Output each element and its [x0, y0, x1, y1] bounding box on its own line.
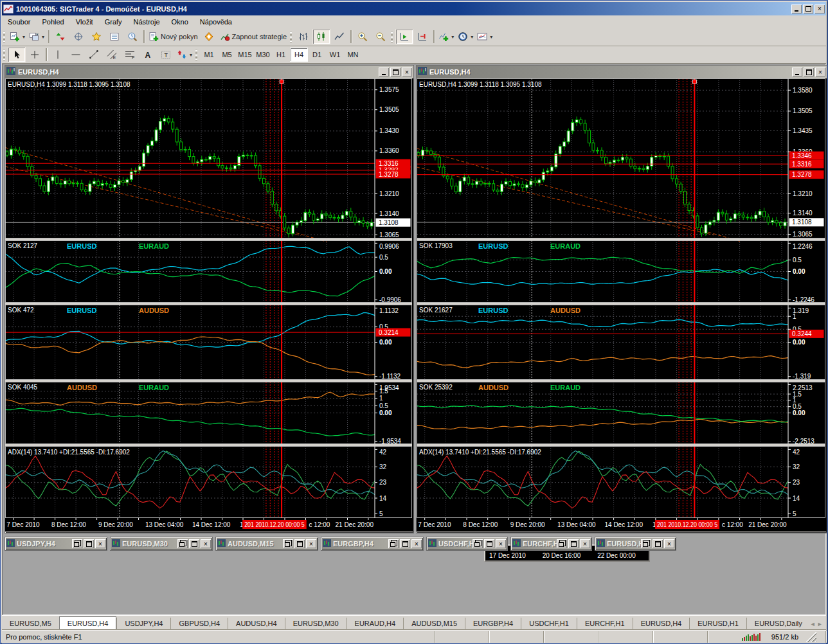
menu-okno[interactable]: Okno: [166, 17, 194, 27]
maximize-button[interactable]: [189, 539, 199, 548]
tab-scroll-left-icon[interactable]: ◄: [810, 621, 816, 627]
minimize-button[interactable]: [791, 4, 802, 13]
tab-audusd-m15[interactable]: AUDUSD,M15: [403, 618, 465, 630]
indicators-button[interactable]: ▾: [437, 29, 456, 44]
vertical-line-tool-button[interactable]: [49, 47, 67, 62]
arrows-tool-button[interactable]: ▾: [175, 47, 194, 62]
toolbar-grip[interactable]: [290, 31, 292, 42]
restore-button[interactable]: [177, 539, 188, 548]
minimized-window-eurgbp-h4[interactable]: EURGBP,H4×: [321, 537, 424, 551]
chart-window-eurusd-h4-right[interactable]: EURUSD,H4×EURUSD,H4 1.3099 1.3118 1.3095…: [416, 65, 827, 533]
toolbar-grip[interactable]: [3, 31, 5, 42]
close-button[interactable]: ×: [306, 539, 316, 548]
tab-eurusd-daily[interactable]: EURUSD,Daily: [746, 618, 810, 630]
tab-eurusd-m30[interactable]: EURUSD,M30: [285, 618, 346, 630]
candlestick-chart-button[interactable]: [312, 29, 330, 44]
maximize-button[interactable]: [484, 539, 494, 548]
crosshair-tool-button[interactable]: [26, 47, 44, 62]
expert-advisors-button[interactable]: Zapnout strategie: [218, 29, 289, 44]
minimized-window-eurchf-h1[interactable]: EURCHF,H1×: [510, 537, 592, 551]
timeframe-m15-button[interactable]: M15: [236, 48, 254, 62]
window-titlebar[interactable]: 1001064305: SIGTrader 4 - Demoúčet - EUR…: [2, 2, 826, 15]
menu-vlozit[interactable]: Vložit: [70, 17, 99, 27]
text-tool-button[interactable]: A: [139, 47, 157, 62]
timeframe-m30-button[interactable]: M30: [254, 48, 272, 62]
minimized-window-audusd-m15[interactable]: AUDUSD,M15×: [215, 537, 318, 551]
new-order-button[interactable]: Nový pokyn: [147, 29, 199, 44]
fibonacci-tool-button[interactable]: F: [121, 47, 139, 62]
chart-maximize-button[interactable]: [804, 67, 814, 76]
strategy-tester-button[interactable]: [123, 29, 141, 44]
chart-area[interactable]: EURUSD,H4 1.3099 1.3118 1.3095 1.31081.3…: [417, 78, 827, 532]
tab-eurchf-h1[interactable]: EURCHF,H1: [577, 618, 633, 630]
minimized-window-usdjpy-h4[interactable]: USDJPY,H4×: [4, 537, 107, 551]
maximize-button[interactable]: [568, 539, 579, 548]
menu-soubor[interactable]: Soubor: [2, 17, 36, 27]
line-chart-button[interactable]: [330, 29, 348, 44]
menu-nastroje[interactable]: Nástroje: [128, 17, 166, 27]
tab-euraud-h4[interactable]: EURAUD,H4: [346, 618, 404, 630]
terminal-button[interactable]: [105, 29, 123, 44]
templates-button[interactable]: ▾: [475, 29, 494, 44]
chart-close-button[interactable]: ×: [815, 67, 825, 76]
equidistant-channel-tool-button[interactable]: E: [103, 47, 121, 62]
dropdown-arrow-icon[interactable]: ▾: [471, 34, 473, 40]
menu-napoveda[interactable]: Nápověda: [194, 17, 238, 27]
maximize-button[interactable]: [652, 539, 663, 548]
restore-button[interactable]: [557, 539, 567, 548]
restore-button[interactable]: [388, 539, 399, 548]
cursor-tool-button[interactable]: [8, 47, 26, 62]
maximize-button[interactable]: [400, 539, 410, 548]
chart-titlebar[interactable]: EURUSD,H4×: [417, 66, 827, 78]
maximize-button[interactable]: [294, 539, 305, 548]
maximize-button[interactable]: [803, 4, 813, 13]
restore-button[interactable]: [283, 539, 293, 548]
timeframe-h1-button[interactable]: H1: [272, 48, 290, 62]
bar-chart-button[interactable]: [294, 29, 312, 44]
timeframe-m1-button[interactable]: M1: [200, 48, 218, 62]
tab-eurgbp-h4[interactable]: EURGBP,H4: [465, 618, 521, 630]
market-watch-button[interactable]: [51, 29, 69, 44]
new-chart-button[interactable]: ▾: [8, 29, 27, 44]
timeframe-d1-button[interactable]: D1: [308, 48, 326, 62]
menu-pohled[interactable]: Pohled: [36, 17, 69, 27]
close-button[interactable]: ×: [580, 539, 590, 548]
minimized-window-eurusd-h1[interactable]: EURUSD,H1×: [595, 537, 676, 551]
zoom-in-button[interactable]: [354, 29, 372, 44]
close-button[interactable]: ×: [411, 539, 422, 548]
tab-eurusd-h4[interactable]: EURUSD,H4: [633, 618, 690, 630]
chart-minimize-button[interactable]: [792, 67, 802, 76]
close-button[interactable]: ×: [815, 4, 825, 13]
timeframe-mn-button[interactable]: MN: [344, 48, 362, 62]
minimized-window-usdchf-h1[interactable]: USDCHF,H1×: [426, 537, 508, 551]
dropdown-arrow-icon[interactable]: ▾: [42, 34, 44, 40]
tab-eurusd-h1[interactable]: EURUSD,H1: [689, 618, 746, 630]
tab-eurusd-h4[interactable]: EURUSD,H4: [59, 616, 117, 631]
chart-window-eurusd-h4-left[interactable]: EURUSD,H4×EURUSD,H4 1.3099 1.3118 1.3095…: [4, 65, 414, 533]
zoom-out-button[interactable]: [372, 29, 390, 44]
navigator-button[interactable]: [87, 29, 105, 44]
minimized-window-eurusd-m30[interactable]: EURUSD,M30×: [110, 537, 213, 551]
chart-close-button[interactable]: ×: [402, 67, 412, 76]
timeframe-m5-button[interactable]: M5: [218, 48, 236, 62]
chart-area[interactable]: EURUSD,H4 1.3099 1.3118 1.3095 1.31081.3…: [5, 78, 413, 532]
tab-eurusd-m5[interactable]: EURUSD,M5: [2, 618, 59, 630]
periods-button[interactable]: ▾: [456, 29, 475, 44]
dropdown-arrow-icon[interactable]: ▾: [451, 34, 454, 40]
trendline-tool-button[interactable]: [85, 47, 103, 62]
dropdown-arrow-icon[interactable]: ▾: [22, 34, 25, 40]
chart-maximize-button[interactable]: [390, 67, 401, 76]
close-button[interactable]: ×: [664, 539, 674, 548]
restore-button[interactable]: [473, 539, 483, 548]
timeframe-w1-button[interactable]: W1: [326, 48, 344, 62]
toolbar-grip[interactable]: [3, 49, 5, 60]
toolbar-grip[interactable]: [195, 49, 197, 60]
chart-titlebar[interactable]: EURUSD,H4×: [5, 66, 413, 78]
data-window-button[interactable]: [69, 29, 87, 44]
chart-minimize-button[interactable]: [379, 67, 389, 76]
close-button[interactable]: ×: [95, 539, 105, 548]
profiles-button[interactable]: ▾: [27, 29, 46, 44]
resize-grip[interactable]: [806, 632, 816, 642]
close-button[interactable]: ×: [496, 539, 506, 548]
restore-button[interactable]: [641, 539, 651, 548]
